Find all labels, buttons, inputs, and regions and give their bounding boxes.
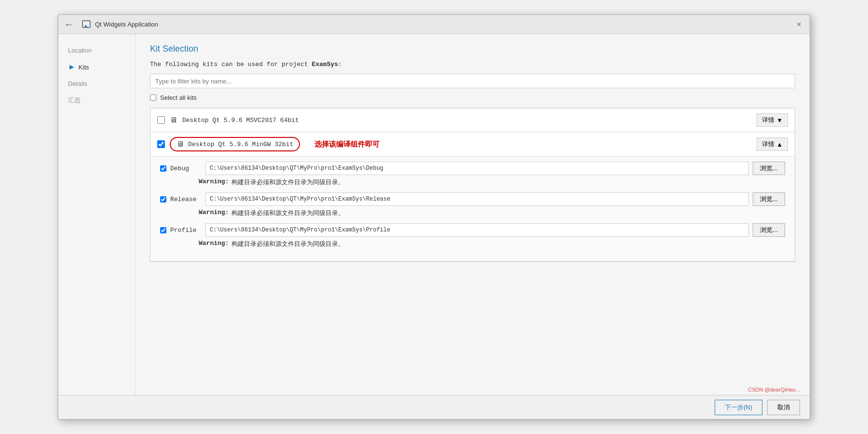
window-title: Qt Widgets Application [95,21,158,28]
debug-browse-button[interactable]: 浏览... [753,162,785,175]
release-browse-button[interactable]: 浏览... [753,192,785,206]
sidebar-label-kits: Kits [79,64,89,71]
sidebar-item-kits[interactable]: ► Kits [63,60,130,74]
monitor-icon-1: 🖥 [170,116,177,124]
watermark: CSDN @dearQiHao... [748,387,800,393]
profile-label: Profile [170,227,202,234]
profile-path-input[interactable] [205,223,749,237]
sidebar-label-details: Details [68,80,87,87]
main-content: Kit Selection The following kits can be … [136,34,810,395]
profile-warning-row: Warning: 构建目录必须和源文件目录为同级目录。 [199,240,785,248]
profile-warning-label: Warning: [199,240,229,247]
kit-row-1: 🖥 Desktop Qt 5.9.6 MSVC2017 64bit 详情 ▼ [150,108,795,132]
debug-path-input[interactable] [205,162,749,175]
sidebar-item-location[interactable]: Location [63,44,130,57]
sidebar-item-details[interactable]: Details [63,77,130,90]
kit2-checkbox[interactable] [157,140,165,148]
debug-label: Debug [170,165,202,172]
active-arrow-icon: ► [68,63,76,71]
select-all-label: Select all kits [160,94,197,101]
debug-warning-text: 构建目录必须和源文件目录为同级目录。 [231,178,344,187]
kits-container: 🖥 Desktop Qt 5.9.6 MSVC2017 64bit 详情 ▼ 🖥 [150,108,795,262]
sidebar: Location ► Kits Details 汇总 [58,34,136,395]
title-bar-left: ← Qt Widgets Application [64,19,158,30]
back-button[interactable]: ← [64,19,74,30]
section-title: Kit Selection [150,44,795,54]
sidebar-label-summary: 汇总 [68,96,81,105]
debug-warning-label: Warning: [199,178,229,185]
dialog-body: Location ► Kits Details 汇总 Kit Selection… [58,34,810,395]
release-warning-label: Warning: [199,209,229,216]
kit-header-1: 🖥 Desktop Qt 5.9.6 MSVC2017 64bit 详情 ▼ [150,108,795,132]
chevron-down-icon: ▼ [776,117,783,124]
release-warning-text: 构建目录必须和源文件目录为同级目录。 [231,209,344,217]
monitor-icon-2: 🖥 [176,140,184,149]
kit1-details-button[interactable]: 详情 ▼ [757,113,788,127]
kit-row-2: 🖥 Desktop Qt 5.9.6 MinGW 32bit 选择该编译组件即可… [150,132,795,261]
release-label: Release [170,196,202,203]
cancel-button[interactable]: 取消 [767,400,800,415]
release-warning-row: Warning: 构建目录必须和源文件目录为同级目录。 [199,209,785,217]
profile-checkbox[interactable] [160,227,166,233]
chevron-up-icon: ▲ [776,141,783,148]
debug-inner: Debug 浏览... [160,162,785,175]
kit-header-2: 🖥 Desktop Qt 5.9.6 MinGW 32bit 选择该编译组件即可… [150,132,795,156]
kit2-highlight-circle: 🖥 Desktop Qt 5.9.6 MinGW 32bit [170,137,300,151]
kit2-annotation: 选择该编译组件即可 [314,140,380,149]
release-checkbox[interactable] [160,196,166,203]
title-bar: ← Qt Widgets Application × [58,15,810,34]
filter-input[interactable] [150,74,795,88]
kit2-name: Desktop Qt 5.9.6 MinGW 32bit [188,141,293,148]
dialog-window: ← Qt Widgets Application × Location ► Ki… [58,14,810,420]
svg-rect-1 [83,22,89,26]
next-button[interactable]: 下一步(N) [715,400,762,415]
profile-row: Profile 浏览... [160,223,785,237]
profile-warning-text: 构建目录必须和源文件目录为同级目录。 [231,240,344,248]
close-button[interactable]: × [794,20,804,29]
sidebar-label-location: Location [68,47,92,54]
sidebar-item-summary[interactable]: 汇总 [63,93,130,108]
debug-warning-row: Warning: 构建目录必须和源文件目录为同级目录。 [199,178,785,187]
description-text: The following kits can be used for proje… [150,61,795,68]
release-row: Release 浏览... [160,192,785,206]
debug-checkbox[interactable] [160,165,166,172]
select-all-checkbox[interactable] [150,95,156,101]
kit2-details-button[interactable]: 详情 ▲ [757,137,788,151]
kit1-name: Desktop Qt 5.9.6 MSVC2017 64bit [182,117,752,124]
dialog-footer: 下一步(N) 取消 [58,395,810,419]
debug-row: Debug 浏览... [160,162,785,175]
app-icon [81,20,91,29]
select-all-row: Select all kits [150,94,795,101]
profile-browse-button[interactable]: 浏览... [753,223,785,237]
profile-inner: Profile 浏览... [160,223,785,237]
kit2-details-panel: Debug 浏览... Warning: 构建目录必须和源文件目录为同级目录。 [150,156,795,261]
release-path-input[interactable] [205,192,749,206]
release-inner: Release 浏览... [160,192,785,206]
kit1-checkbox[interactable] [157,116,165,124]
